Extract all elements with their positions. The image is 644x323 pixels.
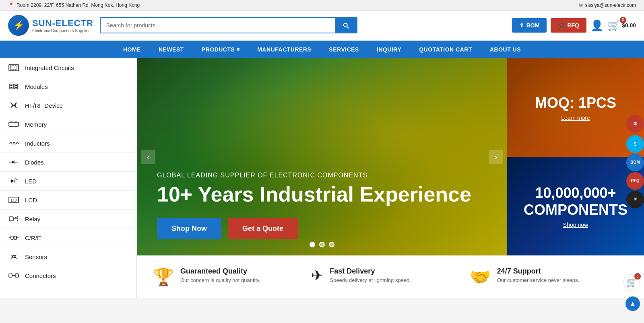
main-content: Integrated Circuits Modules HF/RF Device… xyxy=(0,58,644,298)
feature-support: 🤝 24/7 Support Our customer service neve… xyxy=(470,267,628,287)
modules-icon xyxy=(8,82,19,91)
float-email-button[interactable]: ✉ xyxy=(626,115,644,133)
svg-rect-57 xyxy=(9,274,12,277)
hero-dot-2[interactable] xyxy=(319,242,325,247)
lcd-icon: LCD xyxy=(8,196,19,204)
upload-icon: ⬆ xyxy=(519,22,524,29)
nav-quotation-cart[interactable]: QUOTATION CART xyxy=(410,41,481,58)
sidebar-item-diodes[interactable]: Diodes xyxy=(0,153,136,172)
feature-support-title: 24/7 Support xyxy=(497,267,579,276)
email-text: sissiya@sun-electr.com xyxy=(585,2,636,8)
banner-comp-link[interactable]: Shop now xyxy=(515,222,636,228)
rfq-button[interactable]: 🎧 RFQ xyxy=(551,18,586,33)
hero-next-button[interactable]: › xyxy=(489,150,503,164)
float-rfq-button[interactable]: RFQ xyxy=(626,172,644,190)
svg-line-41 xyxy=(16,179,18,180)
shop-now-button[interactable]: Shop Now xyxy=(157,218,221,239)
diodes-icon xyxy=(8,158,19,166)
svg-point-50 xyxy=(17,220,19,222)
svg-rect-11 xyxy=(14,84,18,89)
cart-icon: 🛒 xyxy=(607,19,620,32)
ic-icon xyxy=(8,64,19,72)
user-account-button[interactable]: 👤 xyxy=(590,19,603,32)
sidebar-item-inductors[interactable]: Inductors xyxy=(0,134,136,153)
sidebar-label-sensors: Sensors xyxy=(25,253,47,260)
bom-button[interactable]: ⬆ BOM xyxy=(512,18,547,33)
cart-button[interactable]: 0 🛒 $0.00 xyxy=(607,19,636,32)
sidebar: Integrated Circuits Modules HF/RF Device… xyxy=(0,58,137,298)
sidebar-label-cre: C/R/E xyxy=(25,235,41,241)
svg-rect-12 xyxy=(10,85,12,86)
feature-support-desc: Our customer service never sleeps. xyxy=(497,277,579,283)
float-buttons: ✉ S BOM RFQ ✕ xyxy=(626,115,644,208)
hero-dot-3[interactable] xyxy=(329,242,334,247)
sidebar-item-integrated-circuits[interactable]: Integrated Circuits xyxy=(0,58,136,77)
feature-delivery-desc: Speedy delivery at lightning speed. xyxy=(330,277,411,283)
hero-prev-button[interactable]: ‹ xyxy=(141,150,155,164)
sidebar-item-led[interactable]: LED xyxy=(0,172,136,191)
svg-rect-1 xyxy=(10,66,17,69)
svg-text:LCD: LCD xyxy=(11,199,17,202)
banner-moq-link[interactable]: Learn more xyxy=(535,115,616,121)
header: ⚡ SUN-ELECTR Electronic Components Suppl… xyxy=(0,11,644,41)
sidebar-label-diodes: Diodes xyxy=(25,159,44,166)
svg-rect-14 xyxy=(10,87,12,88)
nav-products[interactable]: PRODUCTS ▾ xyxy=(193,41,248,58)
sidebar-item-modules[interactable]: Modules xyxy=(0,77,136,96)
sidebar-item-relay[interactable]: Relay xyxy=(0,210,136,228)
hero-dots xyxy=(310,242,334,247)
sidebar-item-lcd[interactable]: LCD LCD xyxy=(0,191,136,210)
inductors-icon xyxy=(8,139,19,147)
banner-moq[interactable]: MOQ: 1PCS Learn more xyxy=(507,58,644,157)
banner-components[interactable]: 10,000,000+ COMPONENTS Shop now xyxy=(507,157,644,255)
float-close-button[interactable]: ✕ xyxy=(626,191,644,208)
svg-rect-10 xyxy=(10,84,13,89)
features-bar: 🏆 Guaranteed Quality Our concern is qual… xyxy=(137,255,644,298)
main-nav: HOME NEWEST PRODUCTS ▾ MANUFACTURERS SER… xyxy=(0,41,644,58)
feature-quality: 🏆 Guaranteed Quality Our concern is qual… xyxy=(153,267,311,287)
logo[interactable]: ⚡ SUN-ELECTR Electronic Components Suppl… xyxy=(8,15,93,36)
quality-icon: 🏆 xyxy=(153,267,174,287)
sidebar-label-modules: Modules xyxy=(25,83,48,90)
search-input[interactable] xyxy=(101,18,335,33)
sidebar-label-inductors: Inductors xyxy=(25,140,50,147)
logo-icon: ⚡ xyxy=(8,15,29,36)
search-button[interactable] xyxy=(335,18,357,33)
nav-services[interactable]: SERVICES xyxy=(320,41,368,58)
nav-newest[interactable]: NEWEST xyxy=(150,41,193,58)
sidebar-item-hfrf[interactable]: HF/RF Device xyxy=(0,96,136,115)
nav-manufacturers[interactable]: MANUFACTURERS xyxy=(248,41,320,58)
logo-name: SUN-ELECTR xyxy=(32,18,93,29)
get-quote-button[interactable]: Get a Quote xyxy=(228,218,298,239)
svg-point-48 xyxy=(17,216,19,218)
float-bom-button[interactable]: BOM xyxy=(626,154,644,171)
banner-comp-content: 10,000,000+ COMPONENTS Shop now xyxy=(515,185,636,228)
side-banners: MOQ: 1PCS Learn more 10,000,000+ COMPONE… xyxy=(507,58,644,255)
svg-rect-17 xyxy=(9,122,19,126)
top-bar: 📍 Room 2209, 22/F, 655 Nathan Rd, Mong K… xyxy=(0,0,644,11)
banner-comp-title: 10,000,000+ COMPONENTS xyxy=(515,185,636,218)
sidebar-item-connectors[interactable]: Connectors xyxy=(0,266,136,285)
relay-icon xyxy=(8,215,19,223)
sidebar-label-led: LED xyxy=(25,178,37,185)
cart-float-button[interactable]: 0 🛒 xyxy=(623,274,640,291)
sidebar-item-sensors[interactable]: Sensors xyxy=(0,247,136,266)
hero-dot-1[interactable] xyxy=(310,242,315,247)
float-skype-button[interactable]: S xyxy=(626,135,644,153)
rf-icon xyxy=(8,101,19,109)
nav-about-us[interactable]: ABOUT US xyxy=(481,41,530,58)
sidebar-label-relay: Relay xyxy=(25,216,40,222)
hero-slider: ‹ › GLOBAL LEADING SUPPLIER OF ELECTRONI… xyxy=(137,58,507,255)
top-bar-email: ✉ sissiya@sun-electr.com xyxy=(579,2,636,8)
svg-rect-52 xyxy=(11,236,13,239)
nav-home[interactable]: HOME xyxy=(114,41,150,58)
connectors-icon xyxy=(8,272,19,280)
svg-marker-33 xyxy=(12,160,15,164)
nav-inquiry[interactable]: INQUIRY xyxy=(368,41,410,58)
sidebar-item-cre[interactable]: C/R/E xyxy=(0,228,136,247)
sidebar-item-memory[interactable]: Memory xyxy=(0,115,136,134)
feature-support-text: 24/7 Support Our customer service never … xyxy=(497,267,579,283)
svg-point-49 xyxy=(17,218,19,220)
feature-quality-title: Guaranteed Quality xyxy=(180,267,260,276)
svg-point-56 xyxy=(12,255,15,258)
